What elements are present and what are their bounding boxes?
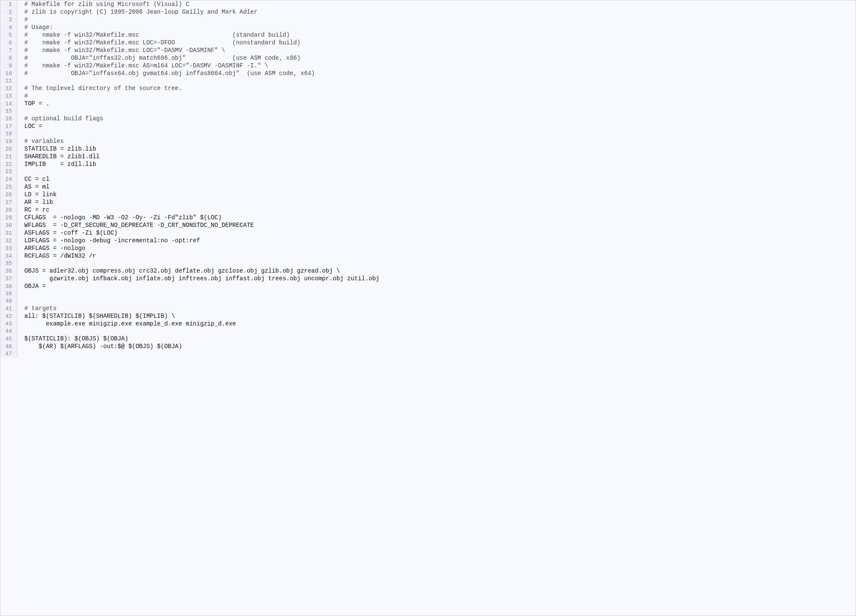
- line-content: IMPLIB = zdll.lib: [18, 160, 856, 168]
- line-content: [18, 354, 856, 355]
- table-row: 15: [0, 108, 856, 115]
- line-number: 11: [0, 77, 18, 84]
- table-row: 39: [0, 290, 856, 297]
- table-row: 24CC = cl: [0, 175, 856, 183]
- line-number: 5: [0, 32, 18, 39]
- table-row: 3#: [0, 16, 856, 23]
- line-number: 26: [0, 191, 18, 198]
- line-content: [18, 294, 856, 295]
- line-number: 12: [0, 85, 18, 92]
- table-row: 29CFLAGS = -nologo -MD -W3 -O2 -Oy- -Zi …: [0, 214, 856, 221]
- table-row: 33ARFLAGS = -nologo: [0, 244, 856, 252]
- line-number: 9: [0, 62, 18, 70]
- line-content: # variables: [18, 137, 856, 145]
- line-number: 34: [0, 253, 18, 260]
- table-row: 46 $(AR) $(ARFLAGS) -out:$@ $(OBJS) $(OB…: [0, 343, 856, 350]
- table-row: 38OBJA =: [0, 282, 856, 290]
- table-row: 44: [0, 328, 856, 335]
- line-content: # nmake -f win32/Makefile.msc LOC=-DFOO …: [18, 39, 856, 46]
- table-row: 22IMPLIB = zdll.lib: [0, 160, 856, 168]
- line-content: RCFLAGS = /dWIN32 /r: [18, 252, 856, 260]
- table-row: 31ASFLAGS = -coff -Zi $(LOC): [0, 229, 856, 237]
- line-number: 6: [0, 39, 18, 46]
- table-row: 19# variables: [0, 137, 856, 145]
- line-content: gzwrite.obj infback.obj inflate.obj inft…: [18, 275, 856, 282]
- table-row: 28RC = rc: [0, 206, 856, 214]
- line-number: 41: [0, 305, 18, 312]
- line-content: CFLAGS = -nologo -MD -W3 -O2 -Oy- -Zi -F…: [18, 214, 856, 221]
- code-editor: 1# Makefile for zlib using Microsoft (Vi…: [0, 0, 856, 616]
- line-number: 39: [0, 290, 18, 297]
- table-row: 5# nmake -f win32/Makefile.msc (standard…: [0, 31, 856, 39]
- table-row: 27AR = lib: [0, 198, 856, 206]
- line-number: 7: [0, 47, 18, 54]
- line-number: 2: [0, 9, 18, 16]
- line-content: LDFLAGS = -nologo -debug -incremental:no…: [18, 237, 856, 244]
- line-content: ARFLAGS = -nologo: [18, 244, 856, 252]
- line-number: 28: [0, 206, 18, 214]
- line-content: all: $(STATICLIB) $(SHAREDLIB) $(IMPLIB)…: [18, 312, 856, 320]
- line-content: [18, 172, 856, 173]
- line-content: # optional build flags: [18, 115, 856, 122]
- line-number: 16: [0, 115, 18, 122]
- table-row: 12# The toplevel directory of the source…: [0, 84, 856, 92]
- table-row: 16# optional build flags: [0, 115, 856, 122]
- line-number: 23: [0, 168, 18, 175]
- line-content: $(AR) $(ARFLAGS) -out:$@ $(OBJS) $(OBJA): [18, 343, 856, 350]
- line-number: 18: [0, 130, 18, 137]
- line-content: LD = link: [18, 191, 856, 198]
- line-content: SHAREDLIB = zlib1.dll: [18, 153, 856, 160]
- line-number: 36: [0, 267, 18, 275]
- line-content: STATICLIB = zlib.lib: [18, 145, 856, 153]
- line-number: 21: [0, 153, 18, 160]
- line-number: 30: [0, 222, 18, 229]
- table-row: 7# nmake -f win32/Makefile.msc LOC="-DAS…: [0, 46, 856, 54]
- code-table: 1# Makefile for zlib using Microsoft (Vi…: [0, 0, 856, 357]
- table-row: 20STATICLIB = zlib.lib: [0, 145, 856, 153]
- line-content: OBJS = adler32.obj compress.obj crc32.ob…: [18, 267, 856, 275]
- line-number: 42: [0, 313, 18, 320]
- line-number: 31: [0, 230, 18, 237]
- table-row: 36OBJS = adler32.obj compress.obj crc32.…: [0, 267, 856, 275]
- table-row: 9# nmake -f win32/Makefile.msc AS=ml64 L…: [0, 62, 856, 70]
- line-content: ASFLAGS = -coff -Zi $(LOC): [18, 229, 856, 237]
- table-row: 13#: [0, 92, 856, 100]
- line-content: OBJA =: [18, 282, 856, 290]
- line-number: 14: [0, 100, 18, 108]
- table-row: 37 gzwrite.obj infback.obj inflate.obj i…: [0, 275, 856, 282]
- line-content: # The toplevel directory of the source t…: [18, 84, 856, 92]
- line-content: #: [18, 16, 856, 23]
- line-number: 24: [0, 176, 18, 183]
- line-content: # nmake -f win32/Makefile.msc AS=ml64 LO…: [18, 62, 856, 70]
- line-content: RC = rc: [18, 206, 856, 214]
- line-content: TOP = .: [18, 100, 856, 108]
- table-row: 8# OBJA="inffas32.obj match686.obj" (use…: [0, 54, 856, 62]
- line-number: 1: [0, 1, 18, 8]
- line-content: [18, 264, 856, 265]
- line-number: 10: [0, 70, 18, 77]
- table-row: 11: [0, 77, 856, 84]
- line-number: 44: [0, 328, 18, 335]
- line-content: # Usage:: [18, 23, 856, 31]
- line-content: #: [18, 92, 856, 100]
- line-number: 45: [0, 335, 18, 343]
- line-number: 19: [0, 138, 18, 145]
- table-row: 26LD = link: [0, 191, 856, 198]
- line-number: 29: [0, 214, 18, 221]
- table-row: 41# targets: [0, 305, 856, 312]
- line-content: [18, 81, 856, 82]
- table-row: 1# Makefile for zlib using Microsoft (Vi…: [0, 0, 856, 8]
- table-row: 2# zlib is copyright (C) 1995-2006 Jean-…: [0, 8, 856, 16]
- table-row: 43 example.exe minigzip.exe example_d.ex…: [0, 320, 856, 328]
- table-row: 23: [0, 168, 856, 175]
- line-content: # OBJA="inffas32.obj match686.obj" (use …: [18, 54, 856, 62]
- table-row: 21SHAREDLIB = zlib1.dll: [0, 153, 856, 160]
- table-row: 35: [0, 260, 856, 267]
- table-row: 42all: $(STATICLIB) $(SHAREDLIB) $(IMPLI…: [0, 312, 856, 320]
- line-content: [18, 332, 856, 333]
- table-row: 47: [0, 350, 856, 357]
- line-content: # Makefile for zlib using Microsoft (Vis…: [18, 0, 856, 8]
- line-number: 8: [0, 55, 18, 62]
- line-content: # targets: [18, 305, 856, 312]
- line-content: AS = ml: [18, 183, 856, 191]
